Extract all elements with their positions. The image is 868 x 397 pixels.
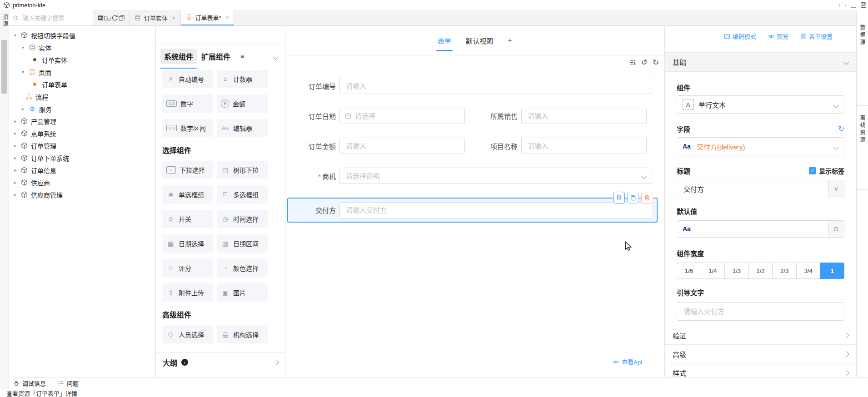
checkbox-checked-icon[interactable]: ✓ [809,167,816,174]
tree-item[interactable]: 订单实体 [9,54,155,66]
tree-item[interactable]: ▸⚙服务 [9,103,155,115]
view-api-link[interactable]: 查看Api [613,357,642,366]
palette-collapse-icon[interactable] [273,54,279,60]
guide-text-field[interactable] [677,302,844,321]
strip-scrollbar-thumb[interactable] [1,40,7,94]
section-basic-header[interactable]: 基础 [665,52,856,72]
add-view-button[interactable]: + [508,36,512,45]
expand-arrow-icon[interactable]: ▾ [13,33,18,38]
palette-item-radio-group[interactable]: ◉单选框组 [162,185,213,203]
expand-arrow-icon[interactable]: ▸ [13,131,18,136]
tree-item[interactable]: ▸订单信息 [9,164,155,176]
project-name-input[interactable] [521,138,647,154]
default-value-input[interactable]: Aa [677,221,828,237]
component-select[interactable]: A 单行文本 [677,95,844,114]
width-option[interactable]: 1/4 [701,263,725,279]
window-restore-icon[interactable] [851,3,856,8]
problems-button[interactable]: 问题 [58,379,79,387]
palette-item-rate[interactable]: ☆评分 [162,259,213,277]
search-input[interactable] [22,14,85,22]
width-option[interactable]: 2/3 [772,263,797,279]
expand-arrow-icon[interactable]: ▸ [13,180,18,185]
tree-item[interactable]: 订单表单 [9,78,155,90]
palette-item-org-select[interactable]: 品机构选择 [217,325,268,343]
expand-arrow-icon[interactable]: ▸ [13,192,18,197]
expand-arrow-icon[interactable]: ▸ [13,155,18,160]
doc-tab-order-form[interactable]: 订单表单* × [181,10,234,25]
field-delete-button[interactable] [641,192,653,203]
expand-arrow-icon[interactable]: ▸ [13,168,18,173]
palette-item-dropdown[interactable]: ⌄下拉选择 [162,161,213,179]
selected-field-delivery[interactable]: 交付方 ⚙ [287,198,658,223]
palette-item-date-range[interactable]: ▥日期区间 [217,234,268,253]
doc-tab-order-entity[interactable]: 订单实体 × [130,10,181,25]
palette-item-color-picker[interactable]: ◔颜色选择 [217,259,268,277]
collapse-panels-icon[interactable] [118,15,125,21]
resources-strip-label[interactable]: 资源 [1,14,9,28]
resource-search[interactable] [9,10,93,25]
section-validation[interactable]: 验证 [665,326,856,344]
palette-item-editor[interactable]: A≡编辑器 [217,119,268,137]
title-input[interactable] [683,184,823,193]
width-option[interactable]: 1/6 [677,263,701,279]
default-dynamic-button[interactable]: D [828,221,844,237]
show-label-checkbox[interactable]: ✓ 显示标签 [809,166,844,175]
refresh-field-icon[interactable]: ↻ [838,125,844,133]
model-view-icon[interactable] [97,15,104,21]
tree-item[interactable]: ▸订单下单系统 [9,152,155,164]
order-date-input[interactable] [339,108,465,124]
redo-icon[interactable]: ↻ [653,59,659,66]
field-row-order-no[interactable]: 订单编号 [285,78,664,94]
field-settings-button[interactable]: ⚙ [613,192,625,203]
tree-item[interactable]: ▸供应商 [9,176,155,189]
expand-arrow-icon[interactable]: ▸ [20,106,25,111]
order-amount-input[interactable] [339,138,465,154]
palette-scroll-area[interactable]: #自动编号 ±计数器 123数字 ¥金额 1~3数字区间 A≡编辑器 选择组件 … [156,67,285,352]
refresh-icon[interactable] [111,15,118,21]
field-order-icon[interactable] [629,59,636,66]
palette-item-counter[interactable]: ±计数器 [217,70,268,88]
field-copy-button[interactable] [627,192,639,203]
section-advanced[interactable]: 高级 [665,344,856,363]
datasource-strip-tab[interactable]: 数据源 [857,10,868,106]
palette-item-image[interactable]: ▣图片 [217,283,268,302]
close-tab-icon[interactable]: × [172,15,175,21]
palette-item-switch[interactable]: ⊙开关 [162,210,213,228]
nav-back-icon[interactable]: ‹ [838,2,841,8]
preview-button[interactable]: 预览 [768,32,788,40]
palette-item-attachment-upload[interactable]: ⇧附件上传 [162,283,213,302]
code-mode-button[interactable]: 编码模式 [724,32,756,40]
tree-item[interactable]: ▾页面 [9,66,155,78]
width-option[interactable]: 1/2 [748,263,773,279]
tab-form[interactable]: 表单 [438,36,451,45]
offline-resources-strip-tab[interactable]: 离线资源 [857,106,868,190]
delivery-input[interactable] [339,202,652,218]
palette-menu-icon[interactable]: ≡ [240,53,244,60]
palette-item-money[interactable]: ¥金额 [217,94,268,113]
expand-arrow-icon[interactable]: ▸ [13,119,18,124]
undo-icon[interactable]: ↺ [641,59,648,66]
tree-item[interactable]: 流程 [9,90,155,103]
tree-item[interactable]: ▾按钮切换字段值 [9,29,155,41]
title-variable-button[interactable]: V [828,180,844,197]
opportunity-select[interactable] [339,168,652,184]
close-tab-icon[interactable]: × [225,14,229,21]
save-icon[interactable] [860,2,867,8]
width-option[interactable]: 1/3 [724,263,749,279]
width-option-selected[interactable]: 1 [820,263,844,279]
tab-extended-components[interactable]: 扩展组件 [198,49,234,64]
new-folder-icon[interactable] [104,15,111,21]
expand-arrow-icon[interactable]: ▾ [20,69,25,74]
sales-input[interactable] [521,108,647,124]
tree-item[interactable]: ▸点单系统 [9,127,155,139]
tree-item[interactable]: ▾实体 [9,41,155,54]
palette-item-date-picker[interactable]: ▦日期选择 [162,234,213,253]
palette-item-number-range[interactable]: 1~3数字区间 [162,119,213,137]
nav-forward-icon[interactable]: › [844,2,847,8]
debug-info-button[interactable]: 调试信息 [13,379,46,387]
tree-item[interactable]: ▸供应商管理 [9,189,155,201]
order-no-input[interactable] [339,78,652,94]
form-settings-button[interactable]: 表单设置 [800,32,833,40]
width-option[interactable]: 3/4 [796,263,821,279]
palette-item-person-select[interactable]: ⚇人员选择 [162,325,213,343]
